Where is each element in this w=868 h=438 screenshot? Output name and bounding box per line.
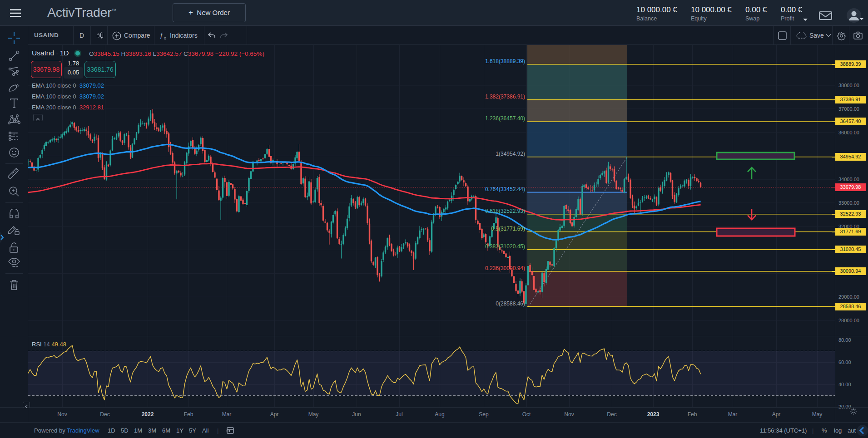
svg-text:x: x (164, 36, 166, 40)
svg-text:f: f (160, 32, 163, 39)
